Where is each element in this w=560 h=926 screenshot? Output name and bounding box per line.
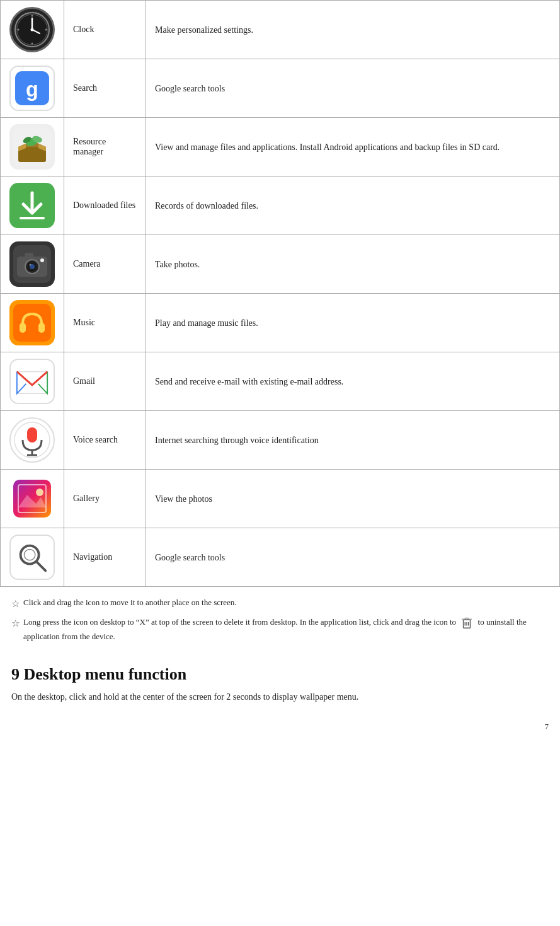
trash-icon xyxy=(460,616,474,630)
svg-rect-54 xyxy=(465,617,469,618)
name-cell-resource-manager: Resource manager xyxy=(64,118,146,177)
section-body: On the desktop, click and hold at the ce… xyxy=(0,690,560,715)
svg-point-4 xyxy=(31,28,34,32)
svg-rect-30 xyxy=(13,304,51,342)
table-row-gmail: Gmail Send and receive e-mail with exist… xyxy=(1,352,560,411)
svg-point-29 xyxy=(40,258,44,262)
svg-point-27 xyxy=(30,264,31,266)
desc-cell-clock: Make personalized settings. xyxy=(146,1,560,59)
svg-rect-31 xyxy=(20,323,26,333)
table-row-voice-search: Voice search Internet searching through … xyxy=(1,411,560,470)
table-row-gallery: Gallery View the photos xyxy=(1,470,560,528)
page-number: 7 xyxy=(0,715,560,738)
desc-cell-navigation: Google search tools xyxy=(146,528,560,587)
app-table: Clock Make personalized settings. g Sear… xyxy=(0,0,560,587)
table-row-navigation: Navigation Google search tools xyxy=(1,528,560,587)
name-cell-search: Search xyxy=(64,59,146,118)
name-cell-music: Music xyxy=(64,294,146,352)
icon-cell-camera xyxy=(1,235,64,294)
desc-cell-gmail: Send and receive e-mail with existing e-… xyxy=(146,352,560,411)
name-cell-camera: Camera xyxy=(64,235,146,294)
table-row-clock: Clock Make personalized settings. xyxy=(1,1,560,59)
icon-cell-voice-search xyxy=(1,411,64,470)
svg-point-6 xyxy=(31,43,33,45)
desc-cell-downloaded-files: Records of downloaded files. xyxy=(146,177,560,235)
svg-rect-38 xyxy=(27,427,37,443)
name-cell-gmail: Gmail xyxy=(64,352,146,411)
icon-cell-search: g xyxy=(1,59,64,118)
icon-cell-downloaded-files xyxy=(1,177,64,235)
icon-cell-gallery xyxy=(1,470,64,528)
svg-point-5 xyxy=(31,15,33,17)
icon-cell-music xyxy=(1,294,64,352)
desc-cell-camera: Take photos. xyxy=(146,235,560,294)
svg-point-44 xyxy=(36,489,43,496)
name-cell-navigation: Navigation xyxy=(64,528,146,587)
svg-rect-32 xyxy=(38,323,45,333)
svg-text:g: g xyxy=(26,78,38,101)
svg-point-8 xyxy=(45,29,47,31)
name-cell-gallery: Gallery xyxy=(64,470,146,528)
name-cell-downloaded-files: Downloaded files xyxy=(64,177,146,235)
desc-cell-music: Play and manage music files. xyxy=(146,294,560,352)
desc-cell-voice-search: Internet searching through voice identif… xyxy=(146,411,560,470)
desc-cell-gallery: View the photos xyxy=(146,470,560,528)
note-1-text: Click and drag the icon to move it to an… xyxy=(23,596,237,610)
notes-section: ☆ Click and drag the icon to move it to … xyxy=(0,587,560,651)
icon-cell-gmail xyxy=(1,352,64,411)
table-row-camera: Camera Take photos. xyxy=(1,235,560,294)
desc-cell-resource-manager: View and manage files and applications. … xyxy=(146,118,560,177)
name-cell-voice-search: Voice search xyxy=(64,411,146,470)
table-row-music: Music Play and manage music files. xyxy=(1,294,560,352)
name-cell-clock: Clock xyxy=(64,1,146,59)
note-2-text: Long press the icon on desktop to “X” at… xyxy=(23,615,549,644)
icon-cell-clock xyxy=(1,1,64,59)
star-icon-1: ☆ xyxy=(11,596,20,613)
star-icon-2: ☆ xyxy=(11,616,20,632)
table-row-search: g Search Google search tools xyxy=(1,59,560,118)
svg-point-7 xyxy=(18,29,20,31)
table-row-resource-manager: Resource manager View and manage files a… xyxy=(1,118,560,177)
section-heading: 9 Desktop menu function xyxy=(0,651,560,690)
table-row-downloaded-files: Downloaded files Records of downloaded f… xyxy=(1,177,560,235)
icon-cell-resource-manager xyxy=(1,118,64,177)
desc-cell-search: Google search tools xyxy=(146,59,560,118)
icon-cell-navigation xyxy=(1,528,64,587)
svg-rect-28 xyxy=(25,253,33,258)
